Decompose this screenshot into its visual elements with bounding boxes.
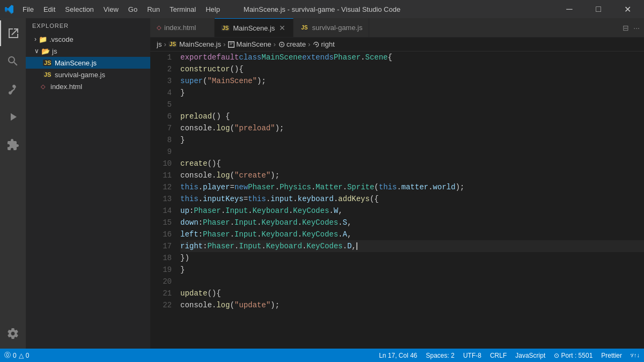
titlebar-left: File Edit Selection View Go Run Terminal… — [4, 3, 224, 16]
source-control-icon[interactable] — [0, 76, 26, 102]
code-editor[interactable]: 12345678910111213141516171819202122 expo… — [150, 51, 644, 349]
window-title: MainScene.js - survival-game - Visual St… — [244, 5, 400, 13]
git-status[interactable]: ⓪ 0 △ 0 — [0, 351, 33, 360]
code-line: update(){ — [180, 287, 644, 299]
breadcrumb-prop[interactable]: right — [312, 40, 334, 49]
menu-go[interactable]: Go — [124, 3, 142, 16]
sidebar-item-vscode[interactable]: › 📁 .vscode — [26, 33, 150, 45]
position-text: Ln 17, Col 46 — [379, 352, 417, 359]
live-server[interactable]: ⊙ Port : 5501 — [550, 352, 597, 359]
code-line: } — [180, 264, 644, 276]
tab-index-html[interactable]: ◇ index.html — [150, 18, 215, 37]
line-numbers: 12345678910111213141516171819202122 — [150, 51, 176, 311]
line-number: 21 — [150, 287, 172, 299]
code-line: } — [180, 87, 644, 99]
window-controls: ─ □ ✕ — [557, 0, 640, 18]
sidebar-item-indexhtml[interactable]: › ◇ index.html — [26, 80, 150, 92]
breadcrumb-sep3: › — [273, 40, 275, 48]
spacer: › — [34, 83, 36, 90]
vscode-logo — [4, 4, 14, 14]
maximize-button[interactable]: □ — [586, 0, 611, 18]
sidebar-header: Explorer — [26, 18, 150, 33]
code-line — [180, 146, 644, 158]
line-number: 17 — [150, 240, 172, 252]
folder-icon: 📁 — [39, 35, 47, 43]
breadcrumb-class[interactable]: MainScene — [228, 40, 271, 49]
sidebar-item-label: .vscode — [49, 35, 74, 43]
code-line: create(){ — [180, 158, 644, 169]
search-icon[interactable] — [0, 48, 26, 74]
sidebar-item-survivalgame[interactable]: JS survival-game.js — [26, 69, 150, 80]
split-editor-button[interactable]: ⊟ — [623, 24, 629, 32]
explorer-icon[interactable] — [0, 20, 26, 46]
breadcrumb-js-icon: JS — [169, 41, 177, 47]
menu-file[interactable]: File — [18, 3, 38, 16]
line-number: 10 — [150, 158, 172, 169]
indentation[interactable]: Spaces: 2 — [422, 352, 459, 359]
breadcrumb-method[interactable]: create — [278, 40, 306, 49]
cursor-position[interactable]: Ln 17, Col 46 — [375, 352, 421, 359]
menu-edit[interactable]: Edit — [39, 3, 60, 16]
code-area[interactable]: export default class MainScene extends P… — [176, 51, 644, 349]
breadcrumb-sep1: › — [164, 40, 166, 48]
code-line: console.log("update"); — [180, 299, 644, 311]
code-line: } — [180, 134, 644, 146]
sidebar-item-label: js — [52, 47, 57, 55]
close-button[interactable]: ✕ — [615, 0, 640, 18]
tab-mainscene[interactable]: JS MainScene.js ✕ — [215, 18, 294, 37]
more-tabs-button[interactable]: ··· — [633, 24, 640, 32]
html-file-icon: ◇ — [39, 83, 47, 90]
tab-close-button[interactable]: ✕ — [278, 24, 287, 32]
prettier-text: Prettier — [601, 352, 622, 359]
breadcrumb-file[interactable]: MainScene.js — [179, 40, 221, 48]
html-tab-icon: ◇ — [157, 24, 161, 31]
chevron-right-icon: › — [34, 35, 36, 43]
status-bar: ⓪ 0 △ 0 Ln 17, Col 46 Spaces: 2 UTF-8 CR… — [0, 349, 644, 362]
remote[interactable]: ሃ↑↓ — [626, 352, 644, 359]
sidebar-item-label: index.html — [50, 83, 82, 91]
code-line: export default class MainScene extends P… — [180, 51, 644, 63]
prettier[interactable]: Prettier — [597, 352, 626, 359]
menu-selection[interactable]: Selection — [61, 3, 98, 16]
titlebar: File Edit Selection View Go Run Terminal… — [0, 0, 644, 18]
warning-icon: △ — [19, 352, 24, 359]
code-line: down: Phaser.Input.Keyboard.KeyCodes.S, — [180, 217, 644, 228]
line-number: 18 — [150, 252, 172, 264]
extensions-icon[interactable] — [0, 132, 26, 158]
code-line: this.inputKeys = this.input.keyboard.add… — [180, 193, 644, 205]
breadcrumb-js[interactable]: js — [157, 40, 162, 48]
run-debug-icon[interactable] — [0, 104, 26, 130]
tabs-bar: ◇ index.html JS MainScene.js ✕ JS surviv… — [150, 18, 644, 38]
port-text: ⊙ Port : 5501 — [554, 352, 592, 359]
line-number: 4 — [150, 87, 172, 99]
line-number: 13 — [150, 193, 172, 205]
line-number: 16 — [150, 228, 172, 240]
git-errors: 0 — [13, 352, 17, 359]
code-line: left: Phaser.Input.Keyboard.KeyCodes.A, — [180, 228, 644, 240]
js-tab-icon: JS — [300, 25, 309, 31]
sidebar-item-label: survival-game.js — [55, 71, 105, 79]
code-line: preload() { — [180, 110, 644, 122]
tab-survivalgame[interactable]: JS survival-game.js — [294, 18, 369, 37]
line-number: 7 — [150, 122, 172, 134]
menu-view[interactable]: View — [99, 3, 123, 16]
minimize-button[interactable]: ─ — [557, 0, 582, 18]
encoding[interactable]: UTF-8 — [459, 352, 486, 359]
sidebar-item-mainscene[interactable]: JS MainScene.js — [26, 57, 150, 69]
line-number: 6 — [150, 110, 172, 122]
js-tab-icon: JS — [221, 25, 230, 31]
menu-terminal[interactable]: Terminal — [165, 3, 200, 16]
menu-run[interactable]: Run — [143, 3, 164, 16]
line-number: 1 — [150, 51, 172, 63]
status-left: ⓪ 0 △ 0 — [0, 351, 33, 360]
breadcrumb-sep4: › — [308, 40, 310, 48]
settings-icon[interactable] — [0, 321, 26, 346]
line-number: 5 — [150, 99, 172, 110]
sidebar-item-js-folder[interactable]: ∨ 📂 js — [26, 45, 150, 57]
tab-label: index.html — [164, 24, 196, 32]
menu-help[interactable]: Help — [201, 3, 224, 16]
sidebar-item-label: MainScene.js — [55, 59, 97, 67]
language-mode[interactable]: JavaScript — [511, 352, 550, 359]
code-line: }) — [180, 252, 644, 264]
eol[interactable]: CRLF — [486, 352, 511, 359]
